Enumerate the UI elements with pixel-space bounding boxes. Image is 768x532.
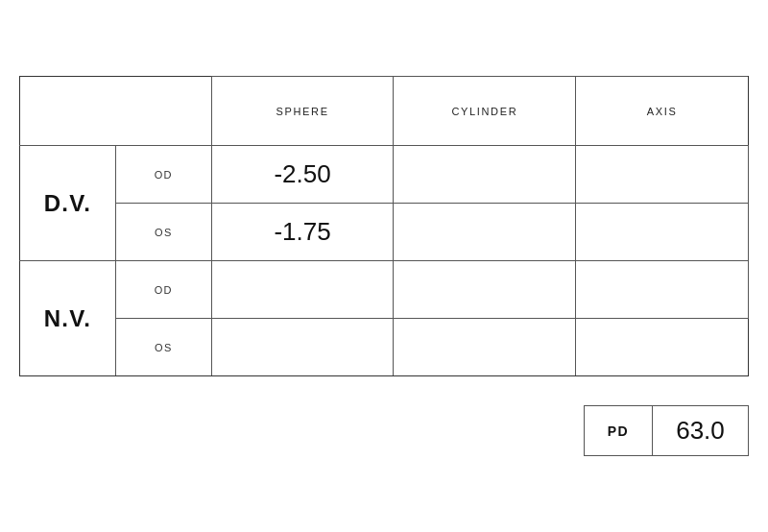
dv-od-sphere: -2.50 — [211, 146, 394, 204]
nv-os-axis — [576, 319, 749, 376]
prescription-table: SPHERE CYLINDER AXIS D.V. OD -2.50 OS -1… — [19, 76, 749, 376]
table-header-row: SPHERE CYLINDER AXIS — [20, 77, 749, 146]
pd-table: PD 63.0 — [584, 405, 749, 456]
nv-os-sphere — [211, 319, 394, 376]
pd-row: PD 63.0 — [584, 406, 748, 456]
dv-os-sphere: -1.75 — [211, 204, 394, 261]
table-row: N.V. OD — [20, 261, 749, 319]
pd-label: PD — [584, 406, 652, 456]
nv-od-cylinder — [394, 261, 576, 319]
nv-os-cylinder — [394, 319, 576, 376]
table-row: OS — [20, 319, 749, 376]
header-axis: AXIS — [576, 77, 749, 146]
nv-od-axis — [576, 261, 749, 319]
pd-value: 63.0 — [653, 406, 749, 456]
nv-od-label: OD — [115, 261, 211, 319]
main-container: SPHERE CYLINDER AXIS D.V. OD -2.50 OS -1… — [19, 76, 749, 456]
dv-os-cylinder — [394, 204, 576, 261]
pd-container: PD 63.0 — [584, 405, 749, 456]
header-empty-cell — [20, 77, 212, 146]
dv-os-label: OS — [115, 204, 211, 261]
dv-od-cylinder — [394, 146, 576, 204]
dv-os-axis — [576, 204, 749, 261]
header-cylinder: CYLINDER — [394, 77, 576, 146]
dv-label: D.V. — [20, 146, 116, 261]
table-row: OS -1.75 — [20, 204, 749, 261]
nv-od-sphere — [211, 261, 394, 319]
header-sphere: SPHERE — [211, 77, 394, 146]
table-row: D.V. OD -2.50 — [20, 146, 749, 204]
nv-label: N.V. — [20, 261, 116, 376]
dv-od-axis — [576, 146, 749, 204]
dv-od-label: OD — [115, 146, 211, 204]
nv-os-label: OS — [115, 319, 211, 376]
